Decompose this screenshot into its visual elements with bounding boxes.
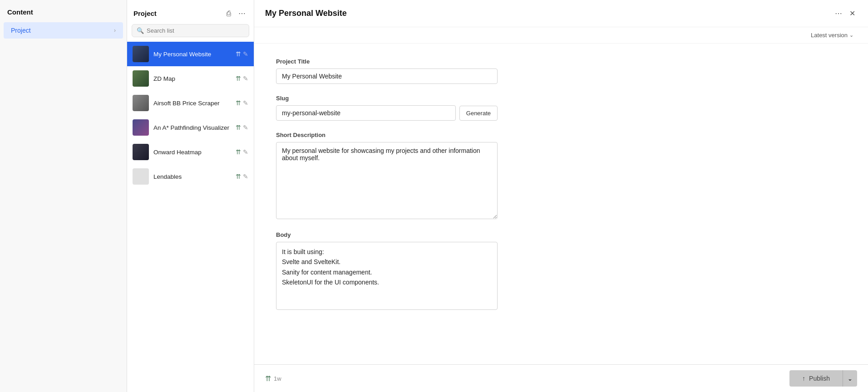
chevron-right-icon: › — [114, 27, 116, 34]
unpin-icon[interactable]: ⇈ — [236, 173, 241, 180]
unpin-icon[interactable]: ⇈ — [236, 148, 241, 156]
project-thumbnail — [133, 95, 149, 111]
published-arrow-icon: ⇈ — [265, 374, 271, 383]
edit-icon[interactable]: ✎ — [243, 75, 248, 82]
list-item[interactable]: Onward Heatmap ⇈ ✎ — [127, 140, 254, 164]
more-horiz-icon: ⋯ — [238, 9, 246, 18]
list-item[interactable]: An A* Pathfinding Visualizer ⇈ ✎ — [127, 115, 254, 140]
sidebar-header: Content — [0, 0, 127, 21]
project-title-input[interactable] — [276, 69, 498, 84]
main-header: My Personal Website ⋯ ✕ — [254, 0, 868, 27]
project-thumbnail — [133, 119, 149, 136]
project-items-list: My Personal Website ⇈ ✎ ZD Map ⇈ ✎ Airso… — [127, 42, 254, 392]
header-actions: ⋯ ✕ — [833, 7, 857, 20]
project-item-name: My Personal Website — [153, 51, 231, 58]
more-options-button[interactable]: ⋯ — [833, 7, 844, 20]
item-actions: ⇈ ✎ — [236, 173, 248, 180]
edit-icon[interactable]: ✎ — [243, 124, 248, 131]
search-icon: 🔍 — [137, 27, 144, 34]
project-thumbnail — [133, 144, 149, 160]
item-actions: ⇈ ✎ — [236, 99, 248, 107]
project-item-name: Lendables — [153, 173, 231, 180]
project-item-name: An A* Pathfinding Visualizer — [153, 124, 231, 131]
version-label: Latest version — [811, 32, 848, 39]
unpin-icon[interactable]: ⇈ — [236, 75, 241, 82]
short-description-label: Short Description — [276, 132, 846, 138]
edit-icon[interactable]: ✎ — [243, 148, 248, 156]
publish-button-label: Publish — [809, 375, 830, 382]
main-body: Project Title Slug Generate Short Descri… — [254, 44, 868, 364]
chevron-down-icon: ⌄ — [848, 375, 853, 382]
sidebar-item-project[interactable]: Project › — [4, 22, 123, 39]
item-actions: ⇈ ✎ — [236, 50, 248, 58]
project-item-name: Airsoft BB Price Scraper — [153, 100, 231, 107]
short-description-field: Short Description — [276, 132, 846, 220]
project-list-panel: Project ⎙ ⋯ 🔍 My Personal Website ⇈ ✎ ZD… — [127, 0, 254, 392]
close-button[interactable]: ✕ — [848, 7, 857, 20]
project-title-field: Project Title — [276, 58, 846, 84]
body-label: Body — [276, 231, 846, 238]
sidebar-item-project-label: Project — [11, 27, 114, 34]
close-icon: ✕ — [849, 9, 855, 18]
slug-input[interactable] — [276, 105, 456, 121]
editor-title: My Personal Website — [265, 9, 833, 18]
publish-group: ↑ Publish ⌄ — [789, 370, 857, 387]
more-options-button[interactable]: ⋯ — [237, 7, 247, 20]
project-title-label: Project Title — [276, 58, 846, 65]
list-item[interactable]: ZD Map ⇈ ✎ — [127, 66, 254, 91]
version-selector[interactable]: Latest version ⌄ — [807, 30, 857, 40]
list-item[interactable]: Airsoft BB Price Scraper ⇈ ✎ — [127, 91, 254, 115]
new-document-button[interactable]: ⎙ — [225, 8, 233, 20]
project-item-name: ZD Map — [153, 75, 231, 82]
list-item[interactable]: My Personal Website ⇈ ✎ — [127, 42, 254, 66]
project-thumbnail — [133, 168, 149, 185]
body-field: Body It is built using: Svelte and Svelt… — [276, 231, 846, 310]
slug-row: Generate — [276, 105, 498, 121]
body-editor[interactable]: It is built using: Svelte and SvelteKit.… — [276, 242, 498, 310]
unpin-icon[interactable]: ⇈ — [236, 99, 241, 107]
edit-icon[interactable]: ✎ — [243, 173, 248, 180]
search-bar: 🔍 — [132, 24, 249, 37]
short-description-textarea[interactable] — [276, 142, 498, 219]
publish-dropdown-button[interactable]: ⌄ — [843, 370, 857, 387]
slug-label: Slug — [276, 95, 846, 102]
edit-icon[interactable]: ✎ — [243, 99, 248, 107]
list-item[interactable]: Lendables ⇈ ✎ — [127, 164, 254, 189]
footer-meta: ⇈ 1w — [265, 374, 281, 383]
unpin-icon[interactable]: ⇈ — [236, 50, 241, 58]
slug-field: Slug Generate — [276, 95, 846, 121]
publish-button[interactable]: ↑ Publish — [789, 370, 843, 387]
project-list-header: Project ⎙ ⋯ — [127, 0, 254, 24]
content-sidebar: Content Project › — [0, 0, 127, 392]
publish-arrow-icon: ↑ — [802, 375, 805, 382]
edit-icon[interactable]: ✎ — [243, 50, 248, 58]
item-actions: ⇈ ✎ — [236, 148, 248, 156]
project-list-title: Project — [133, 10, 221, 17]
generate-button[interactable]: Generate — [459, 106, 498, 121]
chevron-down-icon: ⌄ — [849, 32, 853, 38]
item-actions: ⇈ ✎ — [236, 124, 248, 131]
project-item-name: Onward Heatmap — [153, 149, 231, 156]
project-thumbnail — [133, 70, 149, 87]
main-editor: My Personal Website ⋯ ✕ Latest version ⌄… — [254, 0, 868, 392]
published-time: 1w — [274, 375, 281, 382]
item-actions: ⇈ ✎ — [236, 75, 248, 82]
new-doc-icon: ⎙ — [227, 10, 231, 18]
unpin-icon[interactable]: ⇈ — [236, 124, 241, 131]
main-footer: ⇈ 1w ↑ Publish ⌄ — [254, 364, 868, 392]
more-vert-icon: ⋯ — [835, 9, 842, 18]
search-input[interactable] — [147, 27, 244, 34]
project-thumbnail — [133, 46, 149, 62]
